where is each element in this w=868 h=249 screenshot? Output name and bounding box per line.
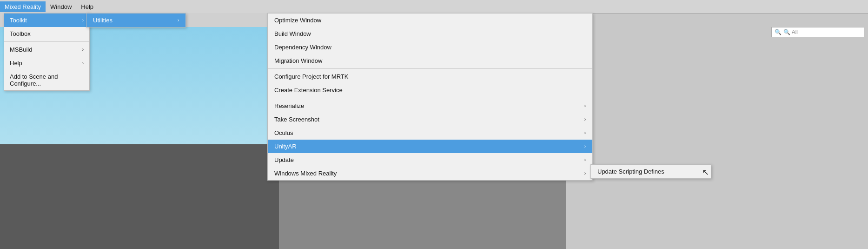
arrow-icon: › — [82, 18, 84, 23]
menu-item-help[interactable]: Help — [76, 1, 98, 12]
menu-item-configure-project[interactable]: Configure Project for MRTK — [268, 70, 592, 83]
menu-item-add-to-scene[interactable]: Add to Scene and Configure... — [4, 70, 89, 90]
menu-item-unityar[interactable]: UnityAR › — [268, 140, 592, 153]
dropdown-level4: Update Scripting Defines ↖ — [590, 164, 711, 179]
search-bar[interactable]: 🔍 🔍 All — [771, 27, 864, 37]
menu-item-reserialize[interactable]: Reserialize › — [268, 99, 592, 113]
menu-item-window[interactable]: Window — [46, 1, 76, 12]
arrow-icon: › — [584, 103, 586, 108]
menu-item-toolkit[interactable]: Toolkit › — [4, 13, 89, 27]
arrow-icon: › — [178, 18, 179, 23]
right-panel: ⏭ 🔍 🔍 All — [566, 0, 868, 249]
arrow-icon: › — [82, 47, 84, 52]
menu-item-utilities[interactable]: Utilities › — [86, 13, 186, 27]
arrow-icon: › — [584, 157, 586, 162]
menu-item-msbuild[interactable]: MSBuild › — [4, 43, 89, 56]
menu-item-dependency-window[interactable]: Dependency Window — [268, 40, 592, 54]
menu-bar: Mixed Reality Window Help — [0, 0, 868, 13]
search-icon: 🔍 — [775, 29, 782, 35]
dropdown-level3: Optimize Window Build Window Dependency … — [267, 13, 593, 181]
arrow-icon: › — [584, 130, 586, 135]
search-placeholder: 🔍 All — [783, 29, 798, 35]
arrow-icon: › — [584, 171, 586, 176]
dropdown-level1: Toolkit › Toolbox MSBuild › Help › Add t… — [4, 13, 90, 91]
menu-item-create-extension[interactable]: Create Extension Service — [268, 83, 592, 97]
menu-item-update-scripting-defines[interactable]: Update Scripting Defines ↖ — [591, 165, 711, 178]
menu-item-help[interactable]: Help › — [4, 56, 89, 70]
separator1 — [4, 41, 89, 42]
menu-item-oculus[interactable]: Oculus › — [268, 126, 592, 140]
dropdown-level2: Utilities › — [86, 13, 186, 27]
menu-item-toolbox[interactable]: Toolbox — [4, 27, 89, 40]
arrow-icon: › — [584, 117, 586, 122]
separator2 — [268, 68, 592, 69]
menu-item-update[interactable]: Update › — [268, 153, 592, 167]
cursor-icon: ↖ — [702, 167, 709, 177]
menu-item-windows-mixed-reality[interactable]: Windows Mixed Reality › — [268, 167, 592, 180]
menu-item-optimize-window[interactable]: Optimize Window — [268, 13, 592, 27]
menu-item-migration-window[interactable]: Migration Window — [268, 54, 592, 67]
arrow-icon: › — [584, 144, 586, 149]
menu-item-take-screenshot[interactable]: Take Screenshot › — [268, 113, 592, 126]
menu-item-mixed-reality[interactable]: Mixed Reality — [0, 1, 46, 12]
arrow-icon: › — [82, 61, 84, 66]
menu-item-build-window[interactable]: Build Window — [268, 27, 592, 40]
separator3 — [268, 98, 592, 98]
scene-ground — [0, 144, 279, 249]
